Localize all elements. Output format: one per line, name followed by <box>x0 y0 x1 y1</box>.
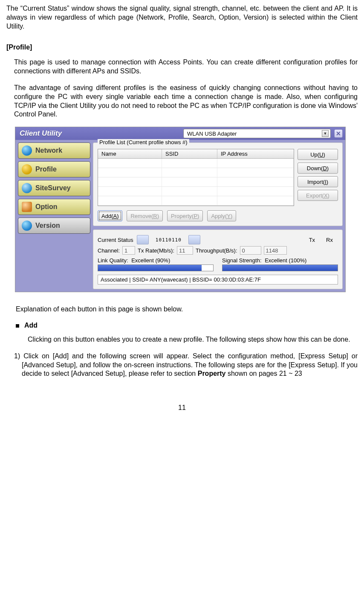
apply-button-key: Y <box>227 213 231 219</box>
current-status-legend: Current Status <box>98 237 133 243</box>
txrx-header: Tx Rx <box>309 237 338 243</box>
add-intro-paragraph: Clicking on this button enables you to c… <box>6 335 358 344</box>
nav-version[interactable]: Version <box>18 218 90 234</box>
link-quality-label: Link Quality: <box>98 257 128 264</box>
table-row[interactable] <box>98 196 294 206</box>
section-heading-profile: [Profile] <box>6 44 358 51</box>
profile-list-legend: Profile List (Current profile shows #) <box>98 139 189 145</box>
status-bars-row: Link Quality: Excellent (90%) Signal Str… <box>98 257 338 271</box>
table-row[interactable] <box>98 177 294 187</box>
profile-list-panel: Profile List (Current profile shows #) N… <box>93 142 343 226</box>
add-button[interactable]: Add(A) <box>98 210 122 221</box>
up-button-key: U <box>319 151 323 158</box>
options-icon <box>22 202 32 212</box>
association-status: Associated | SSID= ANY(wavecast) | BSSID… <box>98 275 338 285</box>
binary-digits: 10110110 <box>152 237 185 243</box>
signal-strength-bar-fill <box>222 265 338 271</box>
square-bullet-icon <box>16 324 19 328</box>
right-pane: Profile List (Current profile shows #) N… <box>93 142 343 289</box>
status-header-row: Current Status 10110110 Tx Rx <box>98 235 338 244</box>
profile-side-buttons: Up(U) Down(D) Import(I) Export(X) <box>298 149 338 206</box>
signal-strength-bar <box>222 264 338 271</box>
nav-sitesurvey-label: SiteSurvey <box>35 184 71 192</box>
nav-network[interactable]: Network <box>18 142 90 159</box>
nav-sitesurvey[interactable]: SiteSurvey <box>18 180 90 196</box>
intro-paragraph: The “Current Status” window shows the si… <box>6 4 358 31</box>
remove-button-key: R <box>153 213 157 219</box>
signal-strength-label: Signal Strength: <box>222 257 262 264</box>
nav-option-label: Option <box>35 203 58 211</box>
export-button-pre: Export( <box>306 192 324 199</box>
up-button-post: ) <box>324 151 325 158</box>
tx-value: 0 <box>240 246 261 255</box>
signal-strength-block: Signal Strength: Excellent (100%) <box>222 257 338 271</box>
adapter-dropdown-value: WLAN USB Adapter <box>187 131 237 137</box>
property-button-key: P <box>194 213 197 219</box>
import-button-post: ) <box>326 179 328 185</box>
down-button[interactable]: Down(D) <box>298 163 338 174</box>
link-quality-text: Link Quality: Excellent (90%) <box>98 257 214 264</box>
profile-bottom-buttons: Add(A) Remove(R) Property(P) Apply(Y) <box>98 210 338 221</box>
channel-label: Channel: <box>98 247 120 254</box>
apply-button[interactable]: Apply(Y) <box>207 210 236 221</box>
up-button-pre: Up( <box>310 151 319 158</box>
add-button-key: A <box>113 213 117 219</box>
txrate-label: Tx Rate(Mb/s): <box>138 247 174 254</box>
sidebar: Network Profile SiteSurvey Option Versio… <box>18 142 90 289</box>
import-button-pre: Import( <box>307 179 325 185</box>
antenna-icon <box>188 235 200 244</box>
col-name[interactable]: Name <box>98 149 162 158</box>
add-button-post: ) <box>117 213 118 219</box>
remove-button-post: ) <box>157 213 159 219</box>
star-icon <box>22 164 32 174</box>
profile-table[interactable]: Name SSID IP Address <box>98 149 294 206</box>
nav-profile[interactable]: Profile <box>18 161 90 177</box>
profile-table-header: Name SSID IP Address <box>98 149 294 159</box>
export-button[interactable]: Export(X) <box>298 190 338 201</box>
adapter-dropdown[interactable]: WLAN USB Adapter ▼ <box>183 129 331 138</box>
status-values-row: Channel: 1 Tx Rate(Mb/s): 11 Throughput(… <box>98 246 338 255</box>
table-row[interactable] <box>98 168 294 177</box>
page-number: 11 <box>6 404 358 412</box>
import-button[interactable]: Import(I) <box>298 176 338 187</box>
bullet-add-label: Add <box>24 322 38 329</box>
add-step-1: 1) Click on [Add] and the following scre… <box>6 352 358 378</box>
apply-button-pre: Apply( <box>211 213 227 219</box>
link-quality-block: Link Quality: Excellent (90%) <box>98 257 214 271</box>
nav-network-label: Network <box>35 147 62 154</box>
property-button-post: ) <box>197 213 199 219</box>
nav-profile-label: Profile <box>35 166 57 173</box>
col-ssid[interactable]: SSID <box>162 149 217 158</box>
add-step-1-prefix: 1) Click on [Add] and the following scre… <box>14 352 358 378</box>
add-step-1-bold: Property <box>198 370 226 377</box>
rx-value: 1148 <box>264 246 287 255</box>
bullet-add: Add <box>16 322 358 329</box>
table-row[interactable] <box>98 187 294 196</box>
signal-strength-text: Signal Strength: Excellent (100%) <box>222 257 338 264</box>
apply-button-post: ) <box>231 213 232 219</box>
down-button-post: ) <box>327 165 329 171</box>
nav-option[interactable]: Option <box>18 199 90 215</box>
profile-area: Name SSID IP Address Up(U) <box>98 149 338 206</box>
computer-icon <box>137 235 149 244</box>
remove-button[interactable]: Remove(R) <box>127 210 162 221</box>
throughput-label: Throughput(B/s): <box>196 247 237 254</box>
down-button-pre: Down( <box>307 165 323 171</box>
current-status-panel: Current Status 10110110 Tx Rx Channel: 1… <box>93 229 343 289</box>
close-icon[interactable]: ✕ <box>334 129 343 138</box>
add-step-1-suffix: shown on pages 21 ~ 23 <box>226 370 302 377</box>
link-quality-value: Excellent (90%) <box>131 257 170 264</box>
link-quality-bar <box>98 264 214 271</box>
signal-strength-value: Excellent (100%) <box>265 257 306 264</box>
txrate-value: 11 <box>177 246 193 255</box>
chevron-down-icon: ▼ <box>322 130 329 137</box>
table-row[interactable] <box>98 159 294 168</box>
up-button[interactable]: Up(U) <box>298 149 338 160</box>
export-button-key: X <box>324 192 328 199</box>
globe-icon <box>22 221 32 231</box>
col-ip[interactable]: IP Address <box>217 149 294 158</box>
app-body: Network Profile SiteSurvey Option Versio… <box>15 140 345 292</box>
property-button[interactable]: Property(P) <box>167 210 203 221</box>
add-button-pre: Add( <box>101 213 113 219</box>
globe-icon <box>22 145 32 156</box>
